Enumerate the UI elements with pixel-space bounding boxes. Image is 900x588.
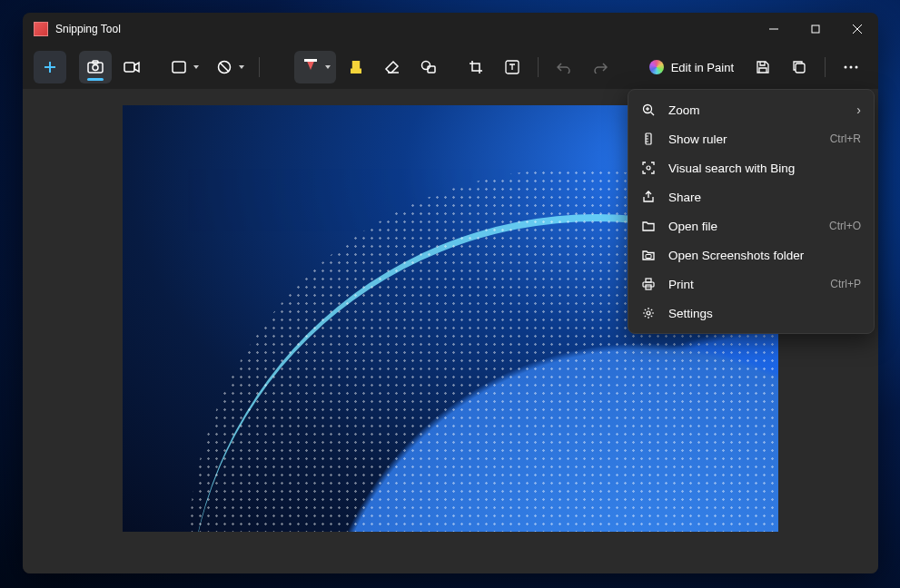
svg-point-18 <box>845 66 847 69</box>
menu-label: Share <box>668 191 861 204</box>
menu-item-zoom[interactable]: Zoom › <box>628 95 874 124</box>
redo-button[interactable] <box>584 51 617 83</box>
svg-rect-10 <box>173 62 185 73</box>
eraser-icon <box>384 60 401 74</box>
highlighter-icon <box>351 61 361 74</box>
maximize-button[interactable] <box>795 13 836 45</box>
app-icon <box>34 22 48 36</box>
new-snip-button[interactable] <box>34 51 66 83</box>
visual-search-icon <box>641 162 656 174</box>
chevron-right-icon: › <box>856 103 861 117</box>
svg-line-12 <box>220 63 229 72</box>
text-actions-icon <box>505 60 519 74</box>
snip-mode-video-button[interactable] <box>115 51 148 83</box>
eraser-tool-button[interactable] <box>376 51 409 83</box>
crop-icon <box>469 60 483 74</box>
toolbar-separator <box>259 57 260 77</box>
ruler-icon <box>641 132 656 145</box>
svg-point-7 <box>93 65 98 71</box>
more-options-menu: Zoom › Show ruler Ctrl+R Visual search w… <box>628 89 875 334</box>
menu-item-share[interactable]: Share <box>628 182 874 211</box>
more-icon <box>844 65 858 69</box>
pen-tool-button[interactable] <box>294 51 336 83</box>
svg-rect-1 <box>812 25 819 33</box>
menu-label: Settings <box>668 307 861 320</box>
undo-icon <box>557 61 571 74</box>
copy-icon <box>792 60 806 74</box>
edit-in-paint-label: Edit in Paint <box>671 61 734 74</box>
pen-icon <box>303 59 318 75</box>
save-button[interactable] <box>747 51 779 83</box>
menu-label: Print <box>668 278 817 291</box>
folder-icon <box>641 249 656 261</box>
print-icon <box>641 278 656 290</box>
svg-point-29 <box>647 166 650 170</box>
svg-point-14 <box>422 62 430 70</box>
highlighter-tool-button[interactable] <box>340 51 372 83</box>
copy-button[interactable] <box>783 51 816 83</box>
toolbar-separator <box>538 57 539 77</box>
save-icon <box>756 60 770 74</box>
snip-mode-screenshot-button[interactable] <box>79 51 112 83</box>
window-controls <box>753 13 878 45</box>
svg-rect-32 <box>646 279 651 282</box>
menu-shortcut: Ctrl+R <box>830 132 861 145</box>
open-file-icon <box>641 220 656 232</box>
settings-icon <box>641 307 656 319</box>
menu-item-settings[interactable]: Settings <box>628 299 874 328</box>
redo-icon <box>593 61 608 74</box>
menu-item-print[interactable]: Print Ctrl+P <box>628 270 874 299</box>
svg-point-19 <box>850 66 853 69</box>
menu-item-visual-search[interactable]: Visual search with Bing <box>628 153 874 182</box>
share-icon <box>641 191 656 203</box>
edit-in-paint-button[interactable]: Edit in Paint <box>640 51 743 83</box>
shapes-icon <box>420 60 437 74</box>
svg-point-20 <box>855 66 858 69</box>
menu-item-show-ruler[interactable]: Show ruler Ctrl+R <box>628 124 874 153</box>
shapes-tool-button[interactable] <box>412 51 445 83</box>
delay-dropdown[interactable] <box>208 51 250 83</box>
menu-label: Zoom <box>668 103 844 117</box>
menu-item-open-screenshots-folder[interactable]: Open Screenshots folder <box>628 240 874 270</box>
toolbar: Edit in Paint <box>23 45 878 89</box>
titlebar: Snipping Tool <box>23 13 878 45</box>
svg-rect-30 <box>646 255 651 259</box>
svg-line-22 <box>651 113 655 116</box>
menu-label: Open file <box>668 220 816 233</box>
menu-shortcut: Ctrl+O <box>829 220 861 232</box>
paint-icon <box>649 60 664 74</box>
menu-label: Show ruler <box>668 132 817 146</box>
menu-item-open-file[interactable]: Open file Ctrl+O <box>628 211 874 240</box>
undo-button[interactable] <box>548 51 580 83</box>
minimize-button[interactable] <box>753 13 795 45</box>
close-button[interactable] <box>836 13 878 45</box>
crop-tool-button[interactable] <box>460 51 492 83</box>
zoom-icon <box>641 103 656 116</box>
svg-point-34 <box>647 311 650 315</box>
app-title: Snipping Tool <box>55 23 121 35</box>
more-options-button[interactable] <box>835 51 867 83</box>
toolbar-separator <box>825 57 826 77</box>
snip-shape-dropdown[interactable] <box>163 51 204 83</box>
menu-shortcut: Ctrl+P <box>830 278 861 290</box>
svg-rect-9 <box>124 63 134 72</box>
text-actions-button[interactable] <box>496 51 529 83</box>
menu-label: Open Screenshots folder <box>668 249 861 262</box>
menu-label: Visual search with Bing <box>668 162 861 175</box>
svg-rect-17 <box>796 64 805 73</box>
